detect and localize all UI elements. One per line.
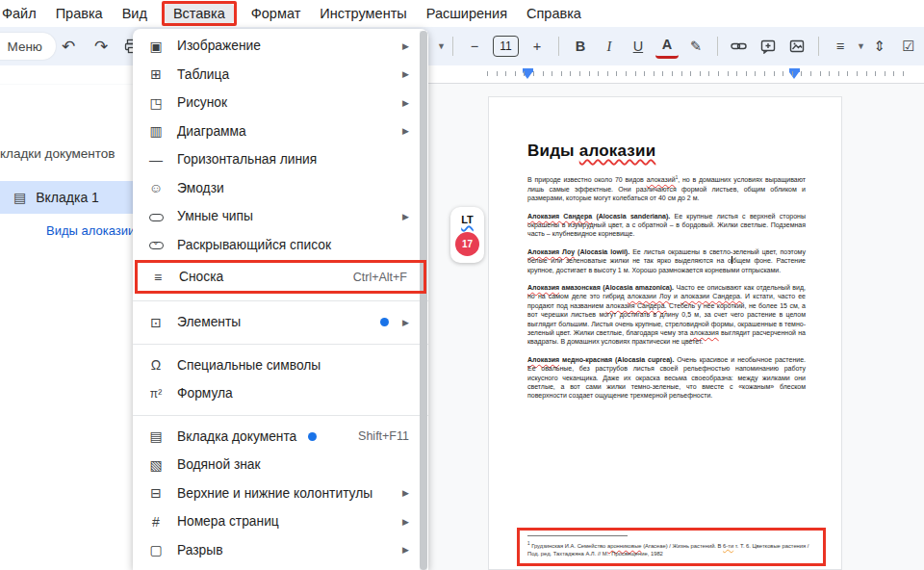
bold-button[interactable]: B: [569, 34, 592, 59]
dropdown-list-icon: [146, 237, 166, 252]
decrease-font-button[interactable]: −: [463, 34, 486, 59]
ruler-tick: [672, 71, 673, 76]
languagetool-badge[interactable]: LT 17: [450, 207, 484, 263]
menubar-item-правка[interactable]: Правка: [46, 3, 113, 24]
ruler-tick: [810, 71, 811, 76]
menubar-item-вид[interactable]: Вид: [113, 3, 157, 24]
highlight-button[interactable]: ✎: [684, 34, 707, 59]
smart-chips-icon: [149, 214, 164, 221]
insert-menu-item-horizontal-line[interactable]: —Горизонтальная линия: [133, 145, 428, 174]
menubar-item-справка[interactable]: Справка: [517, 3, 591, 24]
insert-link-button[interactable]: [728, 34, 751, 59]
add-comment-button[interactable]: [757, 34, 780, 59]
insert-menu-item-document-tab[interactable]: ▤Вкладка документаShift+F11: [133, 423, 428, 452]
insert-menu-item-table[interactable]: ⊞Таблица▶: [133, 61, 428, 90]
chart-icon: ▥: [146, 123, 166, 139]
ruler-tick: [820, 71, 821, 76]
ruler-tick: [497, 71, 498, 76]
insert-menu-item-break[interactable]: ▢Разрыв▶: [133, 536, 428, 565]
insert-menu-item-building-blocks[interactable]: ⊡Элементы▶: [133, 308, 428, 337]
menubar-item-формат[interactable]: Формат: [242, 3, 311, 24]
menu-search-button[interactable]: Меню: [0, 33, 56, 60]
ruler-tick: [524, 71, 525, 76]
toolbar-divider: [452, 37, 453, 56]
horizontal-line-icon: —: [146, 152, 166, 168]
menubar-item-вставка[interactable]: Вставка: [165, 4, 234, 23]
link-icon: [731, 39, 747, 53]
new-feature-dot: [380, 318, 389, 326]
submenu-arrow-icon: ▶: [402, 545, 409, 555]
smart-chips-icon: [146, 209, 166, 224]
menu-item-label: Раскрывающийся список: [177, 238, 331, 252]
ruler-tick: [607, 71, 608, 76]
document-page[interactable]: Виды алоказии В природе известно около 7…: [488, 96, 842, 570]
insert-menu-item-equation[interactable]: π²Формула: [133, 379, 428, 408]
insert-menu-item-smart-chips[interactable]: Умные чипы▶: [133, 202, 428, 231]
align-button[interactable]: ≡: [829, 34, 852, 59]
ruler-tick: [561, 71, 562, 76]
menubar-item-файл[interactable]: Файл: [0, 3, 46, 24]
special-characters-icon: Ω: [146, 357, 166, 373]
increase-font-button[interactable]: +: [526, 34, 549, 59]
footnote-text: 1 Грудзинская И.А. Семейство аронниковые…: [527, 540, 815, 557]
ruler-tick: [866, 71, 867, 76]
ruler-tick: [616, 71, 617, 76]
ruler-tick: [708, 71, 709, 76]
menu-item-shortcut: Shift+F11: [358, 429, 409, 443]
align-dropdown-caret[interactable]: ▼: [857, 41, 865, 51]
ruler-tick: [598, 71, 599, 76]
headers-footers-icon: ⊟: [146, 485, 166, 501]
ruler-tick: [764, 71, 765, 76]
ruler-tick: [875, 71, 876, 76]
font-size-input[interactable]: 11: [493, 36, 519, 57]
italic-button[interactable]: I: [598, 34, 621, 59]
ruler-tick: [644, 71, 645, 76]
insert-menu-dropdown: ▣Изображение▶⊞Таблица▶◳Рисунок▶▥Диаграмм…: [133, 29, 428, 570]
toolbar-right-group: ▼ − 11 + B I U A ✎: [435, 34, 924, 59]
ruler-tick: [903, 71, 904, 76]
insert-menu-item-dropdown-list[interactable]: Раскрывающийся список: [133, 231, 428, 260]
ruler-tick: [543, 71, 544, 76]
ruler-tick: [847, 71, 848, 76]
menu-separator: [133, 300, 428, 301]
undo-button[interactable]: ↶: [56, 34, 81, 59]
sidebar-header: кладки документов: [0, 146, 116, 161]
ruler-tick: [838, 71, 839, 76]
insert-image-button[interactable]: [785, 34, 808, 59]
google-docs-window: ФайлПравкаВидВставкаФорматИнструментыРас…: [0, 0, 924, 570]
ruler-tick: [718, 71, 719, 76]
insert-menu-item-watermark[interactable]: ▧Водяной знак: [133, 451, 428, 479]
menubar-item-расширения[interactable]: Расширения: [417, 3, 517, 24]
watermark-icon: ▧: [146, 457, 166, 473]
insert-menu-item-footnote[interactable]: ≡СноскаCtrl+Alt+F: [135, 260, 426, 294]
ruler-tick: [515, 71, 516, 76]
insert-menu-item-page-numbers[interactable]: #Номера страниц▶: [133, 507, 428, 536]
emoji-icon: ☺: [146, 180, 166, 195]
insert-menu-item-chart[interactable]: ▥Диаграмма▶: [133, 117, 428, 146]
sidebar-item-tab1[interactable]: ▤ Вкладка 1: [0, 181, 133, 214]
insert-menu-item-special-characters[interactable]: ΩСпециальные символы: [133, 351, 428, 380]
menu-separator: [133, 344, 428, 345]
outline-item-vidy-alokazii[interactable]: Виды алоказии: [46, 223, 135, 238]
menubar-item-инструменты[interactable]: Инструменты: [310, 3, 416, 24]
insert-menu-item-headers-footers[interactable]: ⊟Верхние и нижние колонтитулы▶: [133, 479, 428, 508]
insert-menu-item-emoji[interactable]: ☺Эмодзи: [133, 174, 428, 203]
menu-item-label: Водяной знак: [177, 457, 261, 472]
text-color-button[interactable]: A: [655, 34, 679, 59]
submenu-arrow-icon: ▶: [402, 488, 409, 498]
underline-button[interactable]: U: [627, 34, 650, 59]
image-icon: ▣: [146, 39, 166, 54]
doc-paragraph: Алоказия Сандера (Alocasia sanderiana). …: [527, 212, 806, 239]
right-indent-marker[interactable]: [789, 68, 800, 79]
menu-item-label: Разрыв: [177, 543, 223, 557]
line-spacing-button[interactable]: ⇕: [868, 34, 891, 59]
redo-button[interactable]: ↷: [89, 34, 114, 59]
new-feature-dot: [308, 432, 317, 441]
font-dropdown-caret[interactable]: ▼: [437, 41, 446, 51]
insert-menu-item-image[interactable]: ▣Изображение▶: [133, 32, 428, 61]
equation-icon: π²: [146, 387, 166, 401]
insert-menu-item-drawing[interactable]: ◳Рисунок▶: [133, 89, 428, 117]
ruler-tick: [487, 71, 488, 76]
menu-item-label: Рисунок: [177, 95, 227, 110]
checklist-button[interactable]: ☑: [897, 34, 920, 59]
